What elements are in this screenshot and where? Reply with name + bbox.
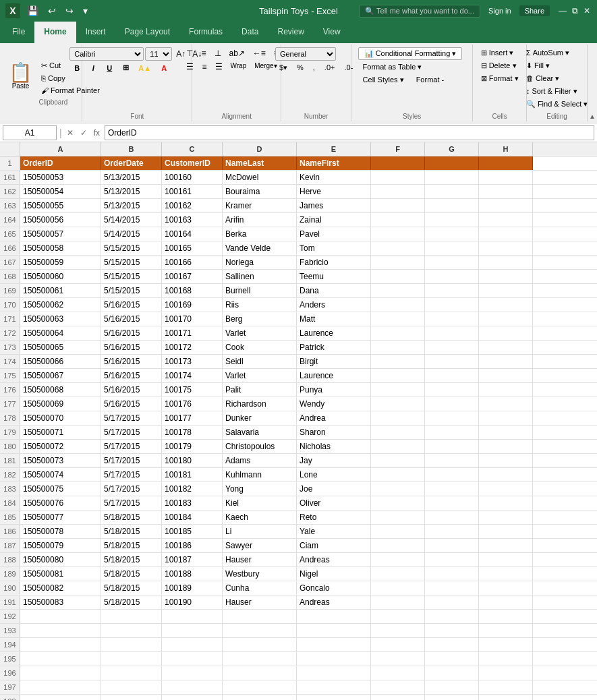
cell[interactable]: 5/16/2015 xyxy=(101,298,162,312)
cell[interactable] xyxy=(371,440,425,453)
dec-inc-btn[interactable]: .0+ xyxy=(320,62,339,74)
cell[interactable] xyxy=(425,610,479,623)
insert-function-btn[interactable]: fx xyxy=(92,128,102,138)
cell[interactable]: 5/17/2015 xyxy=(101,454,162,467)
cell[interactable] xyxy=(162,652,223,666)
cell[interactable]: 150500068 xyxy=(20,383,101,397)
currency-btn[interactable]: $▾ xyxy=(275,62,291,74)
cell[interactable]: 100178 xyxy=(162,426,223,439)
cell[interactable]: Joe xyxy=(297,482,371,496)
cell[interactable]: 100165 xyxy=(162,241,223,255)
cell[interactable]: 5/17/2015 xyxy=(101,426,162,439)
cell[interactable] xyxy=(479,553,533,566)
cell[interactable]: Andreas xyxy=(297,553,371,566)
cell[interactable]: 150500053 xyxy=(20,171,101,184)
cell[interactable]: 5/18/2015 xyxy=(101,525,162,538)
cell[interactable] xyxy=(425,341,479,354)
cell[interactable]: 100166 xyxy=(162,256,223,269)
cell[interactable] xyxy=(371,638,425,651)
cell[interactable] xyxy=(162,666,223,680)
cell[interactable]: 100176 xyxy=(162,397,223,411)
cell[interactable] xyxy=(479,383,533,397)
cell[interactable]: 100189 xyxy=(162,581,223,595)
cell[interactable] xyxy=(479,227,533,241)
cell[interactable]: 5/18/2015 xyxy=(101,553,162,566)
cell[interactable]: Zainal xyxy=(297,213,371,227)
cell[interactable] xyxy=(425,298,479,312)
cell[interactable]: 150500059 xyxy=(20,256,101,269)
cell[interactable] xyxy=(425,652,479,666)
cell[interactable] xyxy=(425,595,479,609)
cell[interactable]: 100161 xyxy=(162,185,223,198)
align-bottom-btn[interactable]: ⊥ xyxy=(211,47,225,59)
cell[interactable]: 150500074 xyxy=(20,468,101,482)
cell[interactable] xyxy=(371,411,425,425)
cell[interactable]: 150500058 xyxy=(20,241,101,255)
cell[interactable]: Lone xyxy=(297,468,371,482)
cell[interactable]: 100162 xyxy=(162,199,223,212)
cell[interactable] xyxy=(425,539,479,552)
cell[interactable]: 150500073 xyxy=(20,454,101,467)
cell[interactable]: Birgit xyxy=(297,355,371,368)
cell[interactable]: Richardson xyxy=(223,397,297,411)
cell[interactable]: Anders xyxy=(297,298,371,312)
cell[interactable] xyxy=(425,695,479,700)
cell[interactable]: 100175 xyxy=(162,383,223,397)
quick-access-dropdown[interactable]: ▾ xyxy=(80,4,90,18)
cell[interactable] xyxy=(20,624,101,637)
cell[interactable] xyxy=(425,312,479,326)
cell[interactable] xyxy=(479,369,533,382)
cell[interactable]: Dana xyxy=(297,284,371,297)
cell[interactable] xyxy=(425,397,479,411)
align-right-btn[interactable]: ☰ xyxy=(212,61,226,73)
cell[interactable]: Pavel xyxy=(297,227,371,241)
cell[interactable] xyxy=(371,241,425,255)
cell[interactable]: 150500064 xyxy=(20,326,101,340)
format-as-table-btn[interactable]: Format as Table ▾ xyxy=(358,61,427,73)
cell[interactable] xyxy=(425,426,479,439)
cell[interactable]: 5/18/2015 xyxy=(101,567,162,581)
cell[interactable] xyxy=(162,695,223,700)
cell[interactable] xyxy=(371,256,425,269)
cell[interactable]: 100163 xyxy=(162,213,223,227)
cell[interactable]: 5/15/2015 xyxy=(101,284,162,297)
cell[interactable] xyxy=(425,567,479,581)
col-header-E[interactable]: E xyxy=(297,142,371,156)
cell[interactable] xyxy=(479,199,533,212)
redo-quick-btn[interactable]: ↪ xyxy=(63,4,76,18)
cell[interactable]: Vande Velde xyxy=(223,241,297,255)
cell[interactable]: 5/16/2015 xyxy=(101,355,162,368)
cell[interactable] xyxy=(162,624,223,637)
cell[interactable] xyxy=(371,525,425,538)
cell[interactable] xyxy=(425,241,479,255)
cell[interactable]: 100167 xyxy=(162,270,223,283)
cell[interactable]: 5/15/2015 xyxy=(101,270,162,283)
tab-formulas[interactable]: Formulas xyxy=(179,22,232,43)
cell[interactable]: James xyxy=(297,199,371,212)
delete-btn[interactable]: ⊟ Delete ▾ xyxy=(478,60,520,71)
cell[interactable]: 100185 xyxy=(162,525,223,538)
cell[interactable] xyxy=(425,624,479,637)
cell[interactable]: 5/16/2015 xyxy=(101,397,162,411)
sign-in-btn[interactable]: Sign in xyxy=(488,7,511,15)
cell[interactable] xyxy=(371,581,425,595)
cell[interactable] xyxy=(425,185,479,198)
save-quick-btn[interactable]: 💾 xyxy=(24,4,41,18)
cell[interactable] xyxy=(371,610,425,623)
cell[interactable]: 150500076 xyxy=(20,496,101,510)
cell[interactable] xyxy=(162,680,223,694)
cell[interactable] xyxy=(425,383,479,397)
cell[interactable]: Herve xyxy=(297,185,371,198)
cell[interactable]: 100173 xyxy=(162,355,223,368)
cell[interactable]: Andreas xyxy=(297,595,371,609)
cell[interactable]: 150500061 xyxy=(20,284,101,297)
cell[interactable]: 150500083 xyxy=(20,595,101,609)
conditional-formatting-btn[interactable]: 📊 Conditional Formatting ▾ xyxy=(358,47,463,60)
comma-btn[interactable]: , xyxy=(309,62,319,74)
cell[interactable]: 100183 xyxy=(162,496,223,510)
cell[interactable]: 100180 xyxy=(162,454,223,467)
header-cell-customerid[interactable]: CustomerID xyxy=(162,156,223,170)
cell[interactable]: Noriega xyxy=(223,256,297,269)
cell[interactable] xyxy=(479,298,533,312)
cell[interactable]: Andrea xyxy=(297,411,371,425)
